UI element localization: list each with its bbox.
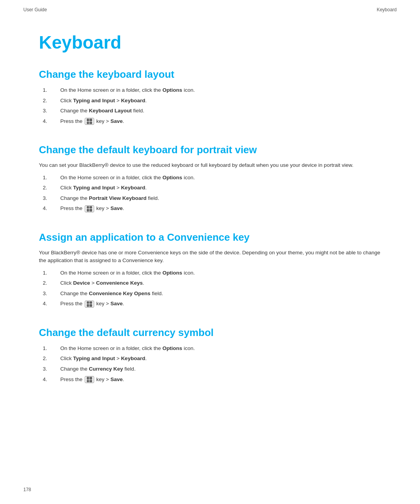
step-number: 2. [39, 184, 60, 192]
step-3-2: 2. Click Device > Convenience Keys. [39, 279, 381, 287]
step-3-1: 1. On the Home screen or in a folder, cl… [39, 269, 381, 277]
steps-list-2: 1. On the Home screen or in a folder, cl… [39, 173, 381, 213]
step-text: Click Typing and Input > Keyboard. [60, 184, 381, 192]
step-number: 4. [39, 117, 60, 126]
section-change-default-currency-symbol: Change the default currency symbol 1. On… [39, 327, 381, 383]
main-content: Keyboard Change the keyboard layout 1. O… [0, 12, 420, 425]
menu-key-icon [85, 301, 94, 308]
page-number: 178 [23, 487, 31, 492]
step-text: Press the key > Save. [60, 299, 381, 308]
step-2-2: 2. Click Typing and Input > Keyboard. [39, 184, 381, 192]
section-title-change-keyboard-layout: Change the keyboard layout [39, 68, 381, 80]
step-number: 4. [39, 204, 60, 213]
step-text: On the Home screen or in a folder, click… [60, 173, 381, 182]
step-4-4: 4. Press the key > Save. [39, 375, 381, 384]
step-text: Click Device > Convenience Keys. [60, 279, 381, 287]
step-4-1: 1. On the Home screen or in a folder, cl… [39, 344, 381, 353]
section-title-assign-application-convenience-key: Assign an application to a Convenience k… [39, 231, 381, 243]
step-number: 1. [39, 269, 60, 277]
header-right-label: Keyboard [377, 7, 397, 12]
step-number: 3. [39, 107, 60, 115]
step-number: 1. [39, 344, 60, 353]
step-number: 3. [39, 194, 60, 203]
step-text: Click Typing and Input > Keyboard. [60, 354, 381, 363]
step-text: Change the Currency Key field. [60, 365, 381, 373]
step-1-4: 4. Press the key > Save. [39, 117, 381, 126]
step-4-2: 2. Click Typing and Input > Keyboard. [39, 354, 381, 363]
section-change-keyboard-layout: Change the keyboard layout 1. On the Hom… [39, 68, 381, 125]
step-text: Press the key > Save. [60, 375, 381, 384]
step-2-3: 3. Change the Portrait View Keyboard fie… [39, 194, 381, 203]
step-number: 3. [39, 289, 60, 298]
step-2-4: 4. Press the key > Save. [39, 204, 381, 213]
step-text: Click Typing and Input > Keyboard. [60, 96, 381, 105]
steps-list-3: 1. On the Home screen or in a folder, cl… [39, 269, 381, 308]
step-text: Change the Portrait View Keyboard field. [60, 194, 381, 203]
step-number: 4. [39, 299, 60, 308]
page-title: Keyboard [39, 32, 381, 53]
step-number: 3. [39, 365, 60, 373]
step-number: 1. [39, 173, 60, 182]
step-text: Press the key > Save. [60, 204, 381, 213]
steps-list-1: 1. On the Home screen or in a folder, cl… [39, 86, 381, 125]
step-4-3: 3. Change the Currency Key field. [39, 365, 381, 373]
step-1-3: 3. Change the Keyboard Layout field. [39, 107, 381, 115]
step-text: Change the Convenience Key Opens field. [60, 289, 381, 298]
step-number: 2. [39, 96, 60, 105]
section-change-default-keyboard-portrait: Change the default keyboard for portrait… [39, 144, 381, 213]
section-intro-convenience: Your BlackBerry® device has one or more … [39, 249, 381, 265]
section-intro-portrait: You can set your BlackBerry® device to u… [39, 161, 381, 169]
step-2-1: 1. On the Home screen or in a folder, cl… [39, 173, 381, 182]
section-title-change-default-keyboard-portrait: Change the default keyboard for portrait… [39, 144, 381, 156]
step-3-4: 4. Press the key > Save. [39, 299, 381, 308]
page-container: User Guide Keyboard Keyboard Change the … [0, 0, 420, 504]
step-3-3: 3. Change the Convenience Key Opens fiel… [39, 289, 381, 298]
step-number: 2. [39, 354, 60, 363]
step-1-1: 1. On the Home screen or in a folder, cl… [39, 86, 381, 94]
page-header: User Guide Keyboard [0, 0, 420, 12]
step-text: On the Home screen or in a folder, click… [60, 269, 381, 277]
header-left-label: User Guide [23, 7, 47, 12]
step-text: Press the key > Save. [60, 117, 381, 126]
step-text: On the Home screen or in a folder, click… [60, 344, 381, 353]
page-footer: 178 [23, 487, 31, 492]
step-text: On the Home screen or in a folder, click… [60, 86, 381, 94]
step-text: Change the Keyboard Layout field. [60, 107, 381, 115]
section-title-change-default-currency-symbol: Change the default currency symbol [39, 327, 381, 339]
step-number: 2. [39, 279, 60, 287]
menu-key-icon [85, 205, 94, 212]
menu-key-icon [85, 118, 94, 125]
section-assign-application-convenience-key: Assign an application to a Convenience k… [39, 231, 381, 308]
step-number: 1. [39, 86, 60, 94]
steps-list-4: 1. On the Home screen or in a folder, cl… [39, 344, 381, 383]
step-number: 4. [39, 375, 60, 384]
menu-key-icon [85, 376, 94, 383]
step-1-2: 2. Click Typing and Input > Keyboard. [39, 96, 381, 105]
